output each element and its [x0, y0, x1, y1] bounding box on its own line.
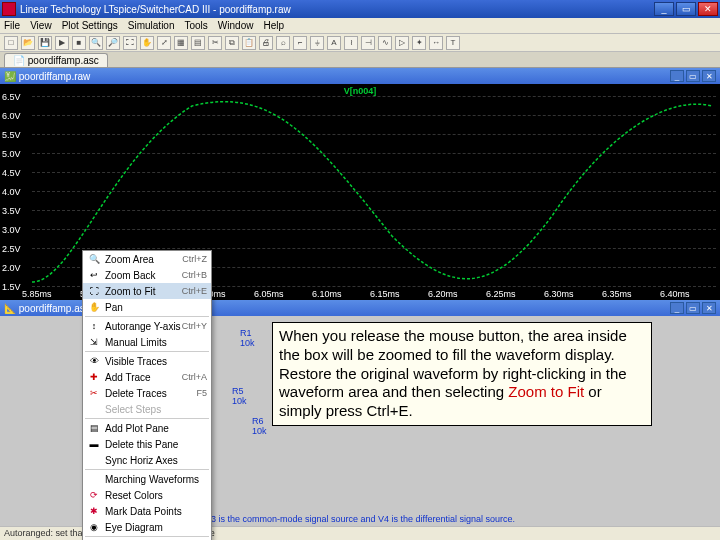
tool-ind-icon[interactable]: ∿ — [378, 36, 392, 50]
add-pane-icon: ▤ — [87, 422, 101, 434]
tool-cut-icon[interactable]: ✂ — [208, 36, 222, 50]
delete-trace-icon: ✂ — [87, 387, 101, 399]
tool-zoom-fit-icon[interactable]: ⛶ — [123, 36, 137, 50]
add-trace-icon: ✚ — [87, 371, 101, 383]
menuitem-delete-traces[interactable]: ✂Delete TracesF5 — [83, 385, 211, 401]
tool-cascade-icon[interactable]: ▤ — [191, 36, 205, 50]
tool-tile-icon[interactable]: ▦ — [174, 36, 188, 50]
ytick: 4.5V — [2, 168, 21, 178]
component-r6-val: 10k — [252, 426, 267, 436]
tool-label-icon[interactable]: A — [327, 36, 341, 50]
menuitem-add-trace[interactable]: ✚Add TraceCtrl+A — [83, 369, 211, 385]
visible-icon: 👁 — [87, 355, 101, 367]
window-titlebar: Linear Technology LTspice/SwitcherCAD II… — [0, 0, 720, 18]
schematic-min-button[interactable]: _ — [670, 302, 684, 314]
tool-print-icon[interactable]: 🖨 — [259, 36, 273, 50]
tool-cap-icon[interactable]: ⊣ — [361, 36, 375, 50]
minimize-button[interactable]: _ — [654, 2, 674, 16]
component-r5-name: R5 — [232, 386, 244, 396]
menu-simulation[interactable]: Simulation — [128, 20, 175, 31]
menubar: File View Plot Settings Simulation Tools… — [0, 18, 720, 34]
delete-pane-icon: ▬ — [87, 438, 101, 450]
tool-gnd-icon[interactable]: ⏚ — [310, 36, 324, 50]
menuitem-mark-data[interactable]: ✱Mark Data Points — [83, 503, 211, 519]
xtick: 5.85ms — [22, 289, 52, 299]
tool-zoom-out-icon[interactable]: 🔎 — [106, 36, 120, 50]
component-r1-name: R1 — [240, 328, 252, 338]
tool-stop-icon[interactable]: ■ — [72, 36, 86, 50]
tool-save-icon[interactable]: 💾 — [38, 36, 52, 50]
tool-find-icon[interactable]: ⌕ — [276, 36, 290, 50]
waveform-min-button[interactable]: _ — [670, 70, 684, 82]
menuitem-zoom-back[interactable]: ↩Zoom BackCtrl+B — [83, 267, 211, 283]
menuitem-autorange-y[interactable]: ↕Autorange Y-axisCtrl+Y — [83, 318, 211, 334]
ytick: 3.0V — [2, 225, 21, 235]
tool-run-icon[interactable]: ▶ — [55, 36, 69, 50]
wave-icon: 💹 — [4, 71, 16, 82]
menuitem-zoom-to-fit[interactable]: ⛶Zoom to FitCtrl+E — [83, 283, 211, 299]
menu-help[interactable]: Help — [263, 20, 284, 31]
menuitem-sync-axes[interactable]: Sync Horiz Axes — [83, 452, 211, 468]
schematic-max-button[interactable]: ▭ — [686, 302, 700, 314]
toolbar: □ 📂 💾 ▶ ■ 🔍 🔎 ⛶ ✋ ⤢ ▦ ▤ ✂ ⧉ 📋 🖨 ⌕ ⌐ ⏚ A … — [0, 34, 720, 52]
menuitem-visible-traces[interactable]: 👁Visible Traces — [83, 353, 211, 369]
ytick: 2.0V — [2, 263, 21, 273]
eye-icon: ◉ — [87, 521, 101, 533]
schematic-close-button[interactable]: ✕ — [702, 302, 716, 314]
menuitem-reset-colors[interactable]: ⟳Reset Colors — [83, 487, 211, 503]
menuitem-manual-limits[interactable]: ⇲Manual Limits — [83, 334, 211, 350]
schematic-title: poordiffamp.asc — [19, 303, 90, 314]
component-r1-val: 10k — [240, 338, 255, 348]
trace-name[interactable]: V[n004] — [344, 86, 377, 96]
menuitem-pan[interactable]: ✋Pan — [83, 299, 211, 315]
ytick: 5.5V — [2, 130, 21, 140]
zoom-back-icon: ↩ — [87, 269, 101, 281]
maximize-button[interactable]: ▭ — [676, 2, 696, 16]
tool-open-icon[interactable]: 📂 — [21, 36, 35, 50]
tool-comp-icon[interactable]: ✦ — [412, 36, 426, 50]
tool-pan-icon[interactable]: ✋ — [140, 36, 154, 50]
menu-file[interactable]: File — [4, 20, 20, 31]
tab-icon: 📄 — [13, 55, 25, 66]
menu-window[interactable]: Window — [218, 20, 254, 31]
menuitem-marching-waves[interactable]: Marching Waveforms — [83, 471, 211, 487]
xtick: 6.15ms — [370, 289, 400, 299]
waveform-max-button[interactable]: ▭ — [686, 70, 700, 82]
tool-text-icon[interactable]: T — [446, 36, 460, 50]
schematic-icon: 📐 — [4, 303, 16, 314]
menu-view[interactable]: View — [30, 20, 52, 31]
tool-new-icon[interactable]: □ — [4, 36, 18, 50]
close-button[interactable]: ✕ — [698, 2, 718, 16]
tab-label: poordiffamp.asc — [28, 55, 99, 66]
waveform-close-button[interactable]: ✕ — [702, 70, 716, 82]
xtick: 6.40ms — [660, 289, 690, 299]
xtick: 6.05ms — [254, 289, 284, 299]
xtick: 6.35ms — [602, 289, 632, 299]
ytick: 1.5V — [2, 282, 21, 292]
ytick: 4.0V — [2, 187, 21, 197]
tool-move-icon[interactable]: ↔ — [429, 36, 443, 50]
waveform-titlebar: 💹 poordiffamp.raw _ ▭ ✕ — [0, 68, 720, 84]
tool-zoom-in-icon[interactable]: 🔍 — [89, 36, 103, 50]
pan-icon: ✋ — [87, 301, 101, 313]
menuitem-zoom-area[interactable]: 🔍Zoom AreaCtrl+Z — [83, 251, 211, 267]
zoom-fit-icon: ⛶ — [87, 285, 101, 297]
component-r6-name: R6 — [252, 416, 264, 426]
menu-plot-settings[interactable]: Plot Settings — [62, 20, 118, 31]
zoom-area-icon: 🔍 — [87, 253, 101, 265]
tool-diode-icon[interactable]: ▷ — [395, 36, 409, 50]
menuitem-eye-diagram[interactable]: ◉Eye Diagram — [83, 519, 211, 535]
tool-wire-icon[interactable]: ⌐ — [293, 36, 307, 50]
tool-res-icon[interactable]: ≀ — [344, 36, 358, 50]
component-r5-val: 10k — [232, 396, 247, 406]
menuitem-select-steps[interactable]: Select Steps — [83, 401, 211, 417]
menu-tools[interactable]: Tools — [184, 20, 207, 31]
menuitem-add-plot-pane[interactable]: ▤Add Plot Pane — [83, 420, 211, 436]
app-icon — [2, 2, 16, 16]
menuitem-delete-pane[interactable]: ▬Delete this Pane — [83, 436, 211, 452]
waveform-title: poordiffamp.raw — [19, 71, 91, 82]
tool-paste-icon[interactable]: 📋 — [242, 36, 256, 50]
tab-poordiffamp-asc[interactable]: 📄 poordiffamp.asc — [4, 53, 108, 67]
tool-pick-icon[interactable]: ⤢ — [157, 36, 171, 50]
tool-copy-icon[interactable]: ⧉ — [225, 36, 239, 50]
